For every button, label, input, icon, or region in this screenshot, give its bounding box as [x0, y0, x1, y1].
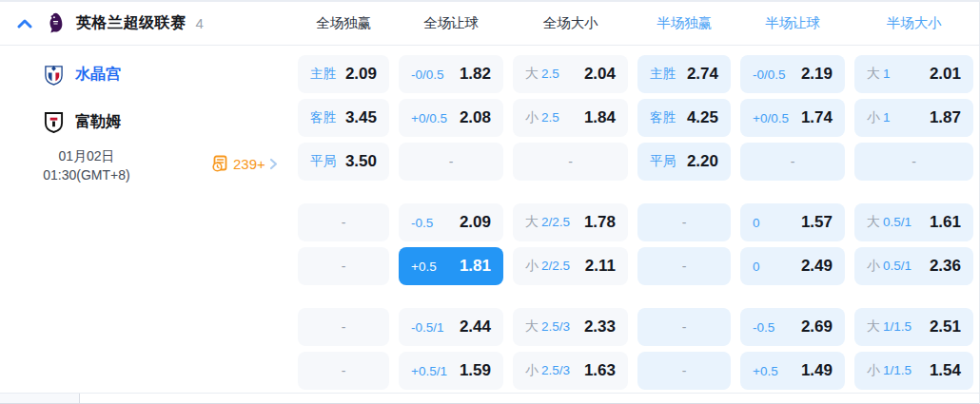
- odds-cell[interactable]: -0/0.51.82: [399, 55, 503, 93]
- chevron-right-icon: [269, 158, 278, 170]
- market-column-headers: 全场独赢 全场让球 全场大小 半场独赢 半场让球 半场大小: [298, 14, 979, 32]
- odds-cell-empty: -: [637, 203, 731, 241]
- odds-label: 大1/1.5: [867, 318, 911, 336]
- odds-label: -0.5: [753, 320, 774, 335]
- odds-cell[interactable]: 平局3.50: [298, 143, 389, 181]
- odds-value: 2.04: [584, 65, 616, 84]
- ou-direction: 小: [867, 258, 880, 275]
- ou-direction: 大: [867, 214, 880, 231]
- fulham-crest-icon: [44, 111, 64, 133]
- odds-cell[interactable]: 平局2.20: [637, 143, 731, 181]
- match-row: 水晶宫 富勒姆 01月02日 01:30(GMT+8): [0, 46, 979, 394]
- odds-cell[interactable]: +0/0.51.74: [740, 99, 845, 137]
- odds-cell[interactable]: -0.52.09: [399, 203, 503, 241]
- odds-cell[interactable]: -0.52.69: [740, 308, 845, 346]
- odds-value: 1.57: [801, 213, 833, 232]
- column-header-halftime-overunder: 半场大小: [854, 14, 973, 32]
- odds-value: 1.74: [801, 108, 833, 127]
- odds-value: 2.74: [687, 65, 718, 84]
- odds-value: 2.19: [801, 65, 833, 84]
- odds-value: 1.59: [460, 361, 491, 380]
- odds-cell[interactable]: 小0.5/12.36: [854, 247, 973, 285]
- ou-line: 0.5/1: [883, 215, 911, 229]
- odds-label: -0/0.5: [411, 67, 444, 82]
- odds-cell[interactable]: +0.5/11.59: [399, 352, 503, 390]
- odds-cell[interactable]: 小2.5/31.63: [513, 352, 628, 390]
- odds-cell[interactable]: 大0.5/11.61: [854, 203, 973, 241]
- odds-cell[interactable]: 客胜4.25: [637, 99, 731, 137]
- ou-line: 2/2.5: [541, 259, 570, 273]
- odds-cell[interactable]: 大1/1.52.51: [854, 308, 973, 346]
- column-header-fulltime-overunder: 全场大小: [513, 14, 628, 32]
- odds-group: 主胜2.09-0/0.51.82大2.52.04主胜2.74-0/0.52.19…: [298, 55, 973, 181]
- ou-line: 2.5: [541, 110, 559, 125]
- league-title: 英格兰超级联赛: [76, 13, 186, 33]
- odds-cell[interactable]: 大12.01: [854, 55, 973, 93]
- odds-value: 1.81: [460, 257, 491, 276]
- odds-label: 0: [753, 260, 760, 274]
- odds-cell[interactable]: 小2.51.84: [513, 99, 628, 137]
- odds-group: --0.52.09大2/2.51.78-01.57大0.5/11.61-+0.5…: [298, 203, 973, 285]
- column-header-halftime-handicap: 半场让球: [740, 14, 845, 32]
- odds-label: +0/0.5: [411, 111, 447, 125]
- more-markets-link[interactable]: 239+: [211, 155, 278, 172]
- ou-direction: 小: [525, 109, 539, 126]
- odds-value: 1.63: [584, 361, 616, 380]
- odds-label: 主胜: [310, 66, 336, 83]
- odds-cell[interactable]: +0.51.49: [740, 352, 845, 390]
- collapse-button[interactable]: [14, 13, 35, 34]
- match-time: 01:30(GMT+8): [15, 165, 158, 184]
- odds-cell[interactable]: 小11.87: [854, 99, 973, 137]
- home-team-row[interactable]: 水晶宫: [0, 55, 298, 93]
- odds-value: 2.09: [460, 213, 491, 232]
- odds-cell[interactable]: +0/0.52.08: [399, 99, 503, 137]
- odds-cell-empty: -: [298, 308, 389, 346]
- chevron-up-icon: [17, 19, 32, 29]
- next-row-divider: [0, 393, 979, 404]
- odds-label: -0.5/1: [411, 320, 444, 335]
- league-header-left: 英格兰超级联赛 4: [0, 12, 298, 35]
- odds-cell[interactable]: -0/0.52.19: [740, 55, 845, 93]
- odds-cell-empty: -: [637, 308, 731, 346]
- ou-line: 2.5/3: [541, 319, 570, 334]
- odds-cell[interactable]: 大2.52.04: [513, 55, 628, 93]
- odds-value: 1.61: [930, 213, 961, 232]
- odds-cell[interactable]: 大2/2.51.78: [513, 203, 628, 241]
- ou-direction: 小: [867, 362, 880, 379]
- odds-label: 主胜: [650, 66, 676, 83]
- odds-label: +0/0.5: [753, 111, 789, 125]
- odds-cell[interactable]: 客胜3.45: [298, 99, 389, 137]
- odds-label: 大1: [867, 66, 891, 83]
- odds-value: 1.87: [930, 108, 961, 127]
- odds-label: 小2.5/3: [525, 362, 570, 379]
- odds-value: 2.44: [460, 317, 491, 337]
- odds-cell[interactable]: 大2.5/32.33: [513, 308, 628, 346]
- odds-value: 2.20: [687, 152, 718, 171]
- odds-label: 平局: [310, 153, 336, 170]
- odds-cell[interactable]: 主胜2.09: [298, 55, 389, 93]
- match-datetime: 01月02日 01:30(GMT+8): [15, 146, 158, 184]
- ou-direction: 小: [867, 109, 880, 126]
- odds-cell[interactable]: 主胜2.74: [637, 55, 731, 93]
- markets-count-icon: [211, 155, 228, 172]
- odds-cell[interactable]: -0.5/12.44: [399, 308, 503, 346]
- ou-direction: 大: [867, 66, 880, 83]
- ou-direction: 大: [867, 318, 880, 336]
- odds-cell[interactable]: 小2/2.52.11: [513, 247, 628, 285]
- odds-cell[interactable]: 01.57: [740, 203, 845, 241]
- odds-value: 3.50: [345, 152, 377, 171]
- odds-label: 小2/2.5: [525, 258, 570, 275]
- odds-label: 小0.5/1: [867, 258, 911, 275]
- odds-cell-empty: -: [854, 143, 973, 181]
- ou-line: 2/2.5: [541, 215, 570, 229]
- odds-cell[interactable]: 小1/1.51.54: [854, 352, 973, 390]
- odds-value: 2.11: [585, 257, 616, 276]
- odds-value: 2.01: [930, 65, 961, 84]
- odds-cell-empty: -: [637, 352, 731, 390]
- away-team-row[interactable]: 富勒姆: [0, 103, 298, 141]
- odds-cell[interactable]: 02.49: [740, 247, 845, 285]
- next-row-stub: [0, 394, 80, 403]
- odds-label: 平局: [650, 153, 676, 170]
- odds-cell[interactable]: +0.51.81: [399, 247, 503, 285]
- odds-cell-empty: -: [399, 143, 503, 181]
